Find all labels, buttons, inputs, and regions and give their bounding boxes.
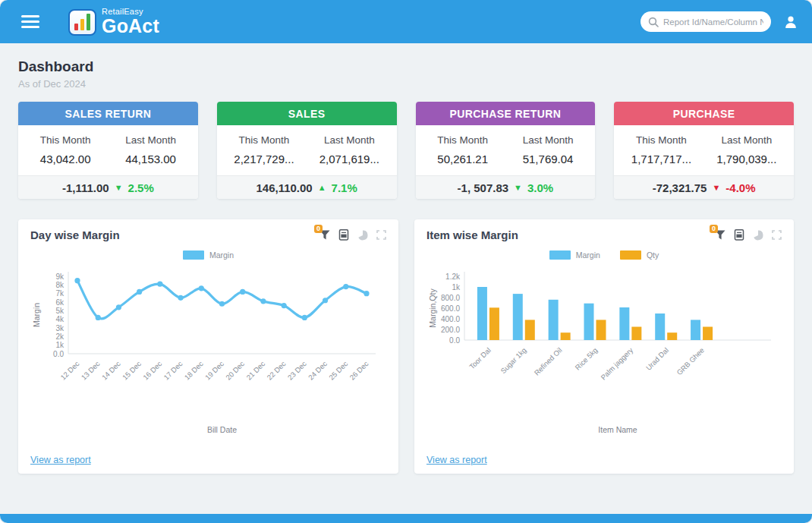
kpi-card-title: PURCHASE RETURN [416,102,596,125]
legend-label: Qty [647,250,659,260]
svg-text:800.0: 800.0 [441,294,460,302]
svg-text:Refined Oil: Refined Oil [533,346,564,377]
svg-text:1k: 1k [55,341,65,349]
svg-text:2k: 2k [55,332,65,341]
chart-canvas: 0.0200.0400.0600.0800.01k1.2kMargin,QtyT… [426,263,782,439]
legend-item[interactable]: Margin [183,249,234,261]
svg-text:Item Name: Item Name [598,425,637,434]
user-profile-icon[interactable] [783,14,798,30]
kpi-card-title: SALES [217,102,397,125]
fullscreen-icon[interactable] [772,230,782,240]
brand-logo: RetailEasy GoAct [68,8,159,36]
filter-icon[interactable]: 0 [319,230,330,240]
svg-text:0.0: 0.0 [449,336,460,345]
last-month-label: Last Month [108,134,193,146]
trend-down-icon: ▼ [115,184,123,192]
svg-text:12 Dec: 12 Dec [58,359,80,381]
delta-percent: 3.0% [527,181,553,194]
svg-text:Rice 5kg: Rice 5kg [573,346,599,372]
delta-percent: 7.1% [332,181,357,194]
svg-text:600.0: 600.0 [441,304,460,313]
legend-item[interactable]: Margin [549,249,600,261]
svg-text:1.2k: 1.2k [445,273,461,281]
this-month-label: This Month [222,134,307,146]
last-month-value: 1,790,039... [704,153,789,165]
svg-text:Palm jaggery: Palm jaggery [599,345,634,381]
hamburger-menu-icon[interactable] [21,12,39,31]
panel-day-wise-margin: Day wise Margin 0 [18,219,398,474]
svg-text:24 Dec: 24 Dec [307,359,329,381]
svg-text:Urad Dal: Urad Dal [644,346,670,372]
legend-label: Margin [209,250,234,260]
svg-text:17 Dec: 17 Dec [162,359,184,381]
page-subtitle: As of Dec 2024 [18,78,794,90]
delta-value: -1,111.00 [62,181,109,194]
svg-text:200.0: 200.0 [441,326,460,334]
legend-item[interactable]: Qty [620,249,659,261]
chart-panels-row: Day wise Margin 0 [18,219,794,474]
svg-text:Bill Date: Bill Date [207,425,237,434]
legend-label: Margin [576,250,600,260]
delta-value: 146,110.00 [256,181,312,194]
filter-count-badge: 0 [710,225,718,233]
svg-text:0.0: 0.0 [53,350,64,358]
export-pdf-icon[interactable] [734,229,744,241]
svg-text:19 Dec: 19 Dec [203,359,225,381]
legend-swatch [620,250,641,260]
view-as-report-link[interactable]: View as report [30,455,91,465]
kpi-card-title: SALES RETURN [18,102,198,125]
filter-icon[interactable]: 0 [715,230,725,240]
this-month-label: This Month [420,134,505,146]
this-month-value: 2,217,729... [222,153,307,165]
svg-text:5k: 5k [55,307,65,315]
delta-value: -72,321.75 [653,181,707,194]
svg-text:7k: 7k [55,289,65,298]
svg-text:21 Dec: 21 Dec [244,359,266,381]
day-wise-margin-chart[interactable]: 0.01k2k3k4k5k6k7k8k9kMargin12 Dec13 Dec1… [30,263,386,452]
search-input[interactable] [663,17,763,27]
pie-chart-icon[interactable] [753,230,763,241]
svg-text:14 Dec: 14 Dec [100,359,122,381]
search-icon [648,17,659,27]
svg-text:1k: 1k [452,283,461,291]
trend-up-icon: ▲ [318,184,326,192]
export-pdf-icon[interactable] [338,229,349,241]
panel-title: Day wise Margin [30,228,120,241]
svg-text:22 Dec: 22 Dec [265,359,287,381]
item-wise-margin-chart[interactable]: 0.0200.0400.0600.0800.01k1.2kMargin,QtyT… [426,263,782,452]
last-month-value: 2,071,619... [307,153,392,165]
this-month-value: 1,717,717... [618,153,703,165]
panel-item-wise-margin: Item wise Margin 0 [414,219,794,474]
view-as-report-link[interactable]: View as report [426,455,487,465]
svg-text:8k: 8k [55,281,65,289]
fullscreen-icon[interactable] [376,230,386,240]
svg-text:18 Dec: 18 Dec [183,359,205,381]
bar-chart-logo-icon [68,9,96,36]
svg-text:9k: 9k [55,273,65,281]
this-month-value: 50,261.21 [420,153,505,165]
kpi-cards-row: SALES RETURN This Month 43,042.00 Last M… [18,102,794,199]
svg-text:6k: 6k [55,298,65,307]
svg-text:400.0: 400.0 [441,315,460,323]
this-month-label: This Month [618,134,703,146]
svg-text:Margin: Margin [32,303,41,327]
chart-legend: Margin [30,249,386,261]
last-month-label: Last Month [704,134,789,146]
global-search[interactable] [640,11,771,32]
last-month-label: Last Month [505,134,590,146]
svg-text:Toor Dal: Toor Dal [467,346,493,371]
last-month-value: 44,153.00 [108,153,193,165]
pie-chart-icon[interactable] [357,230,368,241]
svg-text:13 Dec: 13 Dec [80,359,102,381]
legend-swatch [183,250,204,260]
svg-text:16 Dec: 16 Dec [141,359,163,381]
panel-title: Item wise Margin [426,228,518,241]
kpi-card-sales-return: SALES RETURN This Month 43,042.00 Last M… [18,102,198,199]
delta-value: -1, 507.83 [458,181,509,194]
app-window: RetailEasy GoAct [0,0,812,523]
trend-down-icon: ▼ [712,184,720,192]
kpi-card-purchase: PURCHASE This Month 1,717,717... Last Mo… [614,102,794,199]
trend-down-icon: ▼ [514,184,522,192]
svg-text:Margin,Qty: Margin,Qty [428,288,437,328]
delta-percent: -4.0% [725,181,755,194]
